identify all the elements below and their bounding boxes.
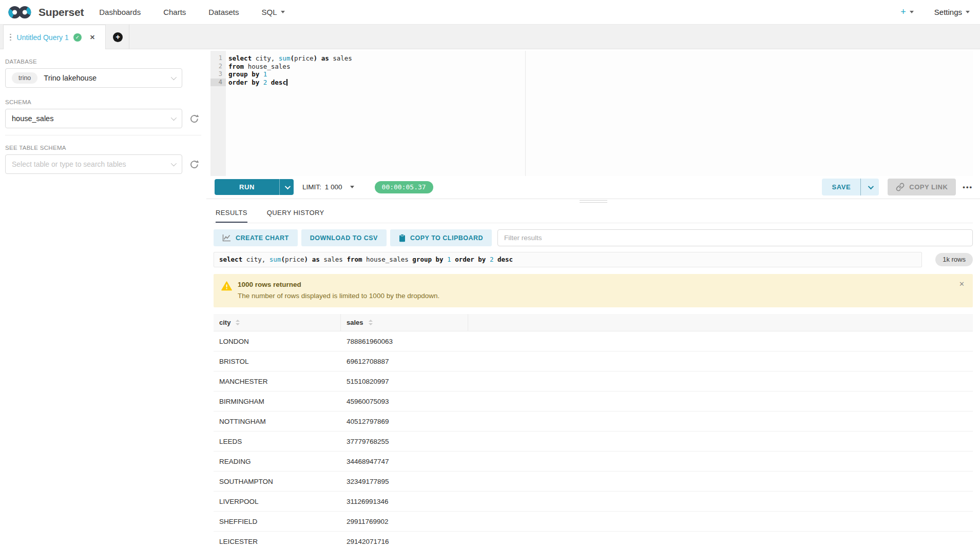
chevron-down-icon — [171, 115, 177, 121]
nav-right: + Settings — [900, 7, 970, 17]
superset-logo[interactable]: Superset — [7, 5, 84, 20]
sql-token: from — [347, 256, 362, 263]
sql-token: ( — [290, 54, 294, 62]
results-table-header: city sales — [214, 314, 973, 331]
sql-token — [308, 256, 312, 263]
sql-token: order by — [455, 256, 486, 263]
run-options-button[interactable] — [279, 179, 294, 195]
nav-item-datasets[interactable]: Datasets — [208, 8, 239, 16]
database-select[interactable]: trino Trino lakehouse — [5, 68, 182, 88]
sidebar-divider — [5, 135, 201, 135]
alert-title: 1000 rows returned — [238, 281, 952, 288]
executed-query-preview: select city, sum(price) as sales from ho… — [214, 252, 922, 267]
table-cell-sales: 29911769902 — [341, 518, 468, 525]
table-select[interactable]: Select table or type to search tables — [5, 154, 182, 174]
database-engine-badge: trino — [12, 72, 37, 84]
sql-token: sum — [279, 54, 291, 62]
line-chart-icon — [222, 234, 231, 242]
see-table-schema-label: SEE TABLE SCHEMA — [5, 145, 201, 151]
table-cell-city: READING — [214, 458, 341, 465]
sql-editor-line[interactable]: 4order by 2 desc — [210, 79, 973, 87]
line-code[interactable]: order by 2 desc — [226, 79, 287, 87]
copy-link-button[interactable]: COPY LINK — [888, 179, 956, 195]
query-preview-row: select city, sum(price) as sales from ho… — [214, 252, 973, 267]
sql-token: ( — [281, 256, 285, 263]
chevron-down-icon — [171, 161, 177, 166]
sql-token: price — [294, 54, 314, 62]
sql-token — [493, 256, 497, 263]
chevron-down-icon — [171, 74, 177, 80]
top-navbar: Superset Dashboards Charts Datasets SQL … — [0, 0, 980, 25]
copy-link-label: COPY LINK — [909, 183, 948, 191]
chevron-down-icon — [966, 11, 970, 13]
close-alert-icon[interactable]: ✕ — [959, 280, 965, 288]
column-header-city[interactable]: city — [214, 314, 341, 331]
new-item-button[interactable]: + — [900, 7, 914, 17]
save-options-button[interactable] — [860, 179, 879, 195]
drag-handle-icon[interactable] — [10, 34, 11, 41]
sql-token — [444, 256, 448, 263]
close-tab-icon[interactable]: ✕ — [90, 33, 95, 41]
sql-token: desc — [497, 256, 513, 263]
create-chart-button[interactable]: CREATE CHART — [214, 229, 298, 246]
sql-token: city, — [252, 54, 279, 62]
line-code[interactable]: select city, sum(price) as sales — [226, 54, 352, 63]
sql-code-editor[interactable]: 1select city, sum(price) as sales2from h… — [210, 51, 973, 176]
resize-grip[interactable] — [580, 200, 607, 204]
limit-dropdown[interactable]: LIMIT: 1 000 — [302, 183, 354, 191]
refresh-tables-button[interactable] — [189, 159, 200, 170]
sql-editor-line[interactable]: 3group by 1 — [210, 70, 973, 79]
sort-icon — [369, 320, 373, 325]
results-table-body: LONDON788861960063BRISTOL69612708887MANC… — [214, 331, 973, 549]
table-row: LEEDS37779768255 — [214, 432, 973, 452]
table-cell-sales: 37779768255 — [341, 438, 468, 445]
sql-editor-line[interactable]: 2from house_sales — [210, 63, 973, 71]
table-cell-sales: 788861960063 — [341, 338, 468, 345]
filter-results-input[interactable] — [497, 229, 973, 246]
rows-returned-alert: 1000 rows returned The number of rows di… — [214, 274, 973, 307]
tab-untitled-query-1[interactable]: Untitled Query 1 ✓ ✕ — [3, 25, 106, 49]
sql-editor-line[interactable]: 1select city, sum(price) as sales — [210, 54, 973, 63]
copy-clipboard-button[interactable]: COPY TO CLIPBOARD — [390, 229, 492, 246]
tab-query-history[interactable]: QUERY HISTORY — [267, 205, 324, 223]
nav-item-charts[interactable]: Charts — [163, 8, 186, 16]
brand-name: Superset — [39, 6, 84, 18]
refresh-schemas-button[interactable] — [189, 113, 200, 124]
nav-item-dashboards[interactable]: Dashboards — [99, 8, 141, 16]
schema-label: SCHEMA — [5, 99, 201, 105]
nav-item-sql[interactable]: SQL — [262, 8, 285, 16]
column-header-sales[interactable]: sales — [341, 314, 468, 331]
schema-select[interactable]: house_sales — [5, 109, 182, 128]
settings-menu[interactable]: Settings — [934, 8, 970, 16]
table-cell-sales: 31126991346 — [341, 498, 468, 505]
sql-token — [317, 54, 321, 62]
tab-results[interactable]: RESULTS — [216, 205, 247, 223]
save-button[interactable]: SAVE — [822, 179, 860, 195]
sql-token: ) — [304, 256, 309, 263]
sql-token — [267, 79, 271, 86]
table-cell-city: SHEFFIELD — [214, 518, 341, 525]
table-row: BRISTOL69612708887 — [214, 351, 973, 371]
tab-label: Untitled Query 1 — [17, 33, 69, 42]
line-code[interactable]: from house_sales — [226, 63, 290, 71]
table-cell-city: LONDON — [214, 338, 341, 345]
table-cell-city: LIVERPOOL — [214, 498, 341, 505]
sql-token: ) — [314, 54, 318, 62]
table-row: NOTTINGHAM40512797869 — [214, 411, 973, 432]
table-cell-city: BIRMINGHAM — [214, 398, 341, 405]
query-success-icon: ✓ — [73, 33, 82, 42]
more-actions-button[interactable]: ••• — [963, 183, 973, 191]
line-code[interactable]: group by 1 — [226, 70, 267, 79]
table-cell-sales: 40512797869 — [341, 418, 468, 425]
download-csv-button[interactable]: DOWNLOAD TO CSV — [301, 229, 387, 246]
sql-token: house_sales — [362, 256, 413, 263]
table-cell-sales: 32349177895 — [341, 478, 468, 485]
table-row: MANCHESTER51510820997 — [214, 371, 973, 391]
alert-message: The number of rows displayed is limited … — [238, 292, 952, 300]
sql-token: 1 — [263, 70, 267, 78]
table-cell-city: NOTTINGHAM — [214, 418, 341, 425]
chevron-down-icon — [910, 11, 914, 13]
add-tab-button[interactable]: + — [107, 25, 129, 49]
plus-icon: + — [900, 7, 906, 17]
run-button[interactable]: RUN — [215, 179, 279, 195]
